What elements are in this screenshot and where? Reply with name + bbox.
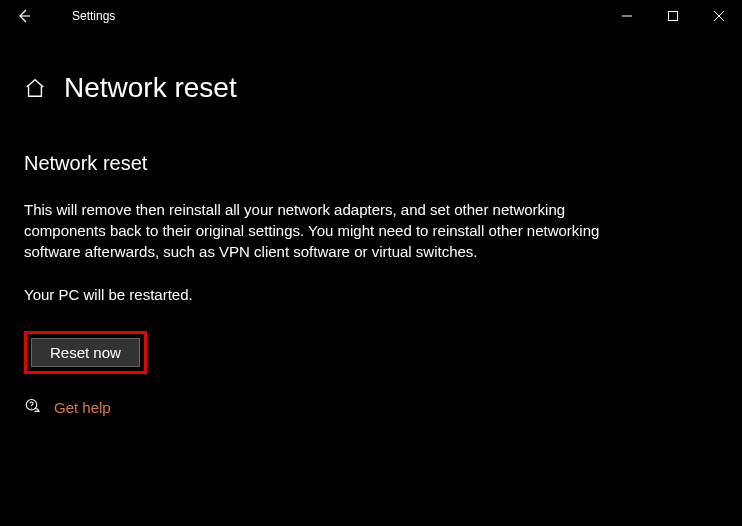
help-icon	[24, 398, 42, 416]
content: Network reset This will remove then rein…	[0, 104, 640, 416]
home-icon	[24, 77, 46, 99]
minimize-button[interactable]	[604, 0, 650, 32]
maximize-icon	[668, 11, 678, 21]
section-title: Network reset	[24, 152, 616, 175]
back-button[interactable]	[0, 0, 48, 32]
maximize-button[interactable]	[650, 0, 696, 32]
close-button[interactable]	[696, 0, 742, 32]
reset-highlight: Reset now	[24, 331, 147, 374]
page-header: Network reset	[0, 32, 742, 104]
app-title: Settings	[72, 9, 115, 23]
description-text: This will remove then reinstall all your…	[24, 199, 616, 262]
help-row: Get help	[24, 398, 616, 416]
page-title: Network reset	[64, 72, 237, 104]
reset-now-button[interactable]: Reset now	[31, 338, 140, 367]
get-help-link[interactable]: Get help	[54, 399, 111, 416]
restart-note: Your PC will be restarted.	[24, 286, 616, 303]
close-icon	[714, 11, 724, 21]
minimize-icon	[622, 11, 632, 21]
back-arrow-icon	[16, 8, 32, 24]
svg-point-5	[31, 408, 32, 409]
window-controls	[604, 0, 742, 32]
svg-rect-1	[669, 12, 678, 21]
titlebar: Settings	[0, 0, 742, 32]
